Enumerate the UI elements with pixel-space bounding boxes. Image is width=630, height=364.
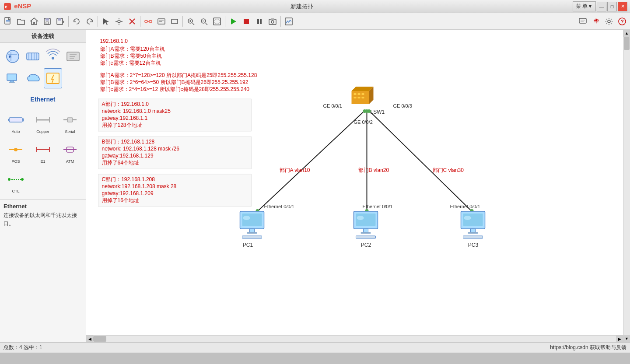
main-area: 设备连线 R xyxy=(0,30,630,342)
svg-marker-29 xyxy=(231,18,236,24)
svg-rect-7 xyxy=(46,22,49,24)
canvas-area[interactable]: 192.168.1.0 部门A需求：需要120台主机 部门B需求：需要50台主机… xyxy=(86,30,630,342)
status-link[interactable]: https://blog.csdn 获取帮助与反馈 xyxy=(550,344,626,351)
tb-connect[interactable] xyxy=(142,15,154,28)
tb-home[interactable] xyxy=(28,15,40,28)
tb-pan[interactable] xyxy=(113,15,125,28)
device-wlan[interactable] xyxy=(44,46,62,66)
device-router[interactable]: R xyxy=(4,46,22,66)
sep6 xyxy=(280,16,281,27)
svg-rect-91 xyxy=(250,229,255,232)
tb-huawei[interactable]: 华 xyxy=(590,15,602,28)
cable-serial-label: Serial xyxy=(65,130,75,134)
tb-open[interactable] xyxy=(15,15,27,28)
scroll-up[interactable]: ▲ xyxy=(623,30,630,37)
cable-ctl-label: CTL xyxy=(12,189,19,193)
status-count: 总数：4 选中：1 xyxy=(4,344,42,351)
tb-save[interactable] xyxy=(41,15,53,28)
tb-delete[interactable] xyxy=(126,15,138,28)
svg-point-100 xyxy=(357,216,364,220)
right-scrollbar[interactable]: ▲ ▼ xyxy=(623,30,630,342)
tb-redo[interactable] xyxy=(84,15,96,28)
svg-rect-32 xyxy=(260,19,262,24)
anno-calc1: 部门A需求：2^7=128>=120 所以部门A掩码是25即255.255.25… xyxy=(100,72,257,78)
tb-zoom-in[interactable] xyxy=(185,15,197,28)
cable-ctl[interactable]: CTL xyxy=(4,168,28,196)
svg-line-25 xyxy=(206,23,207,25)
tb-capture[interactable] xyxy=(266,15,279,28)
tb-start[interactable] xyxy=(227,15,239,28)
desc-title: Ethernet xyxy=(4,203,82,210)
cable-pos[interactable]: POS xyxy=(4,139,28,166)
sep2 xyxy=(98,16,98,27)
svg-rect-19 xyxy=(172,19,178,24)
sep1 xyxy=(68,16,69,27)
left-panel: 设备连线 R xyxy=(0,30,86,342)
device-other[interactable] xyxy=(64,46,82,66)
anno-b1: B部门：192.168.1.128 xyxy=(102,139,155,145)
svg-rect-93 xyxy=(242,236,262,238)
port-ge002: GE 0/0/2 xyxy=(354,119,373,125)
menu-btn[interactable]: 菜 单▼ xyxy=(573,1,596,11)
tb-chat[interactable] xyxy=(577,15,589,28)
svg-rect-47 xyxy=(27,53,39,60)
anno-c4: 用掉了16个地址 xyxy=(102,197,139,203)
title-center: 新建拓扑 xyxy=(31,3,572,10)
close-btn[interactable]: ✕ xyxy=(618,2,627,11)
switch-lsw1 xyxy=(352,87,374,104)
pc3-port: Ethernet 0/0/1 xyxy=(450,204,480,209)
tb-new[interactable] xyxy=(2,15,14,28)
tb-select[interactable] xyxy=(100,15,112,28)
tb-text[interactable] xyxy=(155,15,168,28)
svg-rect-66 xyxy=(67,118,73,122)
bottom-scrollbar[interactable]: ◀ ▶ xyxy=(86,335,623,342)
svg-rect-97 xyxy=(364,229,368,232)
scroll-down[interactable]: ▼ xyxy=(623,335,630,342)
device-switch[interactable] xyxy=(24,46,42,66)
device-connect-header: 设备连线 xyxy=(0,30,86,43)
minimize-btn[interactable]: — xyxy=(597,2,606,11)
scroll-thumb[interactable] xyxy=(624,37,630,50)
svg-rect-37 xyxy=(579,18,586,23)
anno-a3: gatway:192.168.1.1 xyxy=(102,115,148,121)
device-cloud[interactable] xyxy=(24,68,42,88)
tb-settings[interactable] xyxy=(603,15,615,28)
port-ge001: GE 0/0/1 xyxy=(323,103,342,108)
tb-saveas[interactable] xyxy=(54,15,66,28)
svg-rect-98 xyxy=(361,232,371,234)
svg-rect-92 xyxy=(247,232,257,234)
cable-serial[interactable]: Serial xyxy=(58,109,82,136)
cable-atm[interactable]: ATM xyxy=(58,139,82,166)
tb-shape[interactable] xyxy=(168,15,181,28)
tb-zoom-out[interactable] xyxy=(198,15,210,28)
device-pc[interactable] xyxy=(4,68,22,88)
vlan-c: 部门C vlan30 xyxy=(433,167,464,173)
cable-auto[interactable]: Auto xyxy=(4,109,28,136)
tb-diagram[interactable] xyxy=(283,15,295,28)
sep3 xyxy=(140,16,140,27)
anno-line3: 部门B需求：需要50台主机 xyxy=(100,53,162,59)
tb-stop[interactable] xyxy=(240,15,252,28)
tb-undo[interactable] xyxy=(70,15,83,28)
cable-e1[interactable]: E1 xyxy=(31,139,55,166)
switch-label: LSW1 xyxy=(371,109,385,115)
svg-rect-85 xyxy=(362,93,364,95)
svg-rect-61 xyxy=(9,118,22,122)
maximize-btn[interactable]: □ xyxy=(607,2,617,11)
tb-fit[interactable] xyxy=(211,15,223,28)
scroll-right[interactable]: ▶ xyxy=(616,336,623,343)
hscroll-thumb[interactable] xyxy=(93,336,106,342)
anno-c1: C部门：192.168.1.208 xyxy=(102,176,155,182)
svg-text:?: ? xyxy=(621,19,624,24)
sep5 xyxy=(225,16,225,27)
pc1-label: PC1 xyxy=(243,242,253,248)
svg-line-21 xyxy=(192,23,194,25)
tb-pause[interactable] xyxy=(253,15,266,28)
cable-copper[interactable]: Copper xyxy=(31,109,55,136)
device-power[interactable] xyxy=(44,68,62,88)
svg-point-106 xyxy=(464,216,471,220)
anno-b2: network: 192.168.1.128 mask /26 xyxy=(102,146,180,152)
svg-point-10 xyxy=(118,20,120,23)
tb-help[interactable]: ? xyxy=(616,15,628,28)
scroll-left[interactable]: ◀ xyxy=(86,336,93,343)
